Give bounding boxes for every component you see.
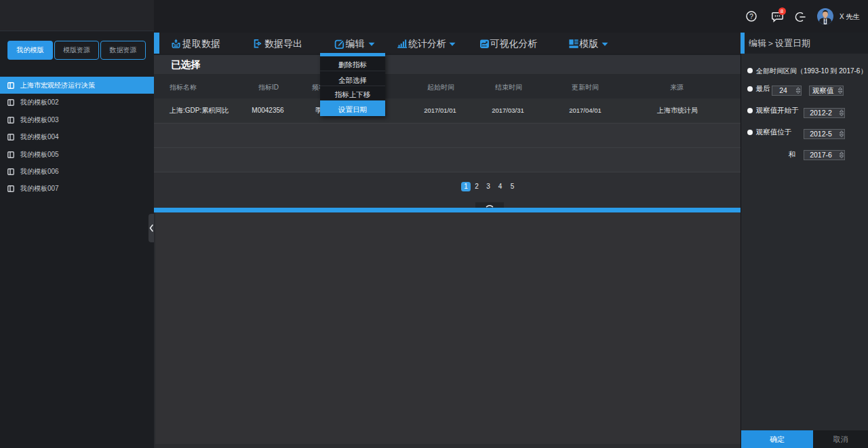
svg-text:?: ?: [749, 13, 753, 20]
